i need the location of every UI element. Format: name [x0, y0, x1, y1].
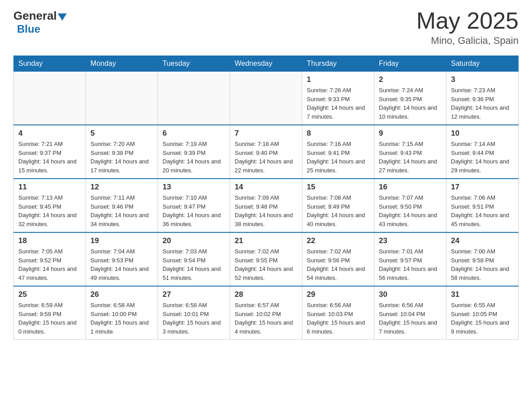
day-info: Sunrise: 7:23 AM Sunset: 9:36 PM Dayligh… [451, 86, 514, 121]
day-number: 30 [379, 290, 442, 299]
calendar-cell: 1Sunrise: 7:26 AM Sunset: 9:33 PM Daylig… [302, 72, 374, 125]
calendar-week-row: 11Sunrise: 7:13 AM Sunset: 9:45 PM Dayli… [14, 179, 519, 232]
day-number: 21 [235, 236, 297, 245]
day-number: 11 [18, 183, 81, 192]
day-info: Sunrise: 7:05 AM Sunset: 9:52 PM Dayligh… [18, 247, 81, 282]
calendar-cell: 24Sunrise: 7:00 AM Sunset: 9:58 PM Dayli… [446, 232, 519, 286]
day-number: 17 [451, 183, 514, 192]
calendar-cell: 3Sunrise: 7:23 AM Sunset: 9:36 PM Daylig… [446, 72, 519, 125]
day-info: Sunrise: 7:13 AM Sunset: 9:45 PM Dayligh… [18, 193, 81, 228]
calendar-cell: 11Sunrise: 7:13 AM Sunset: 9:45 PM Dayli… [14, 179, 86, 232]
day-number: 28 [235, 290, 297, 299]
calendar-cell [86, 72, 158, 125]
day-info: Sunrise: 7:08 AM Sunset: 9:49 PM Dayligh… [307, 193, 369, 228]
day-info: Sunrise: 6:58 AM Sunset: 10:01 PM Daylig… [163, 301, 225, 336]
page-header: General Blue May 2025 Mino, Galicia, Spa… [13, 9, 519, 47]
day-info: Sunrise: 7:04 AM Sunset: 9:53 PM Dayligh… [90, 247, 153, 282]
calendar-cell: 25Sunrise: 6:59 AM Sunset: 9:59 PM Dayli… [14, 286, 86, 340]
day-number: 13 [163, 183, 225, 192]
logo-blue-text: Blue [17, 23, 40, 35]
day-info: Sunrise: 7:16 AM Sunset: 9:41 PM Dayligh… [307, 140, 369, 175]
calendar-cell: 29Sunrise: 6:56 AM Sunset: 10:03 PM Dayl… [302, 286, 374, 340]
day-number: 29 [307, 290, 369, 299]
day-number: 15 [307, 183, 369, 192]
logo: General Blue [13, 9, 67, 35]
calendar-cell [230, 72, 302, 125]
day-number: 14 [235, 183, 297, 192]
calendar-header-saturday: Saturday [446, 56, 519, 72]
day-info: Sunrise: 7:14 AM Sunset: 9:44 PM Dayligh… [451, 140, 514, 175]
day-number: 6 [163, 129, 225, 138]
day-info: Sunrise: 7:03 AM Sunset: 9:54 PM Dayligh… [163, 247, 225, 282]
calendar-cell: 26Sunrise: 6:58 AM Sunset: 10:00 PM Dayl… [86, 286, 158, 340]
day-number: 27 [163, 290, 225, 299]
day-number: 22 [307, 236, 369, 245]
day-number: 3 [451, 75, 514, 84]
calendar-cell: 5Sunrise: 7:20 AM Sunset: 9:38 PM Daylig… [86, 125, 158, 179]
calendar-cell [14, 72, 86, 125]
day-info: Sunrise: 7:10 AM Sunset: 9:47 PM Dayligh… [163, 193, 225, 228]
calendar-header-thursday: Thursday [302, 56, 374, 72]
calendar-cell: 13Sunrise: 7:10 AM Sunset: 9:47 PM Dayli… [158, 179, 230, 232]
day-info: Sunrise: 7:00 AM Sunset: 9:58 PM Dayligh… [451, 247, 514, 282]
calendar-cell: 27Sunrise: 6:58 AM Sunset: 10:01 PM Dayl… [158, 286, 230, 340]
day-number: 16 [379, 183, 442, 192]
calendar-cell: 16Sunrise: 7:07 AM Sunset: 9:50 PM Dayli… [374, 179, 446, 232]
day-info: Sunrise: 6:56 AM Sunset: 10:03 PM Daylig… [307, 301, 369, 336]
day-info: Sunrise: 6:58 AM Sunset: 10:00 PM Daylig… [90, 301, 153, 336]
calendar-cell: 2Sunrise: 7:24 AM Sunset: 9:35 PM Daylig… [374, 72, 446, 125]
calendar-cell: 14Sunrise: 7:09 AM Sunset: 9:48 PM Dayli… [230, 179, 302, 232]
calendar-week-row: 1Sunrise: 7:26 AM Sunset: 9:33 PM Daylig… [14, 72, 519, 125]
day-number: 23 [379, 236, 442, 245]
day-info: Sunrise: 6:55 AM Sunset: 10:05 PM Daylig… [451, 301, 514, 336]
calendar-cell: 6Sunrise: 7:19 AM Sunset: 9:39 PM Daylig… [158, 125, 230, 179]
calendar-cell: 12Sunrise: 7:11 AM Sunset: 9:46 PM Dayli… [86, 179, 158, 232]
day-number: 8 [307, 129, 369, 138]
calendar-table: SundayMondayTuesdayWednesdayThursdayFrid… [13, 56, 519, 340]
day-number: 31 [451, 290, 514, 299]
calendar-cell: 19Sunrise: 7:04 AM Sunset: 9:53 PM Dayli… [86, 232, 158, 286]
calendar-cell: 7Sunrise: 7:18 AM Sunset: 9:40 PM Daylig… [230, 125, 302, 179]
calendar-header-friday: Friday [374, 56, 446, 72]
calendar-header-monday: Monday [86, 56, 158, 72]
day-number: 19 [90, 236, 153, 245]
calendar-cell: 28Sunrise: 6:57 AM Sunset: 10:02 PM Dayl… [230, 286, 302, 340]
day-info: Sunrise: 7:20 AM Sunset: 9:38 PM Dayligh… [90, 140, 153, 175]
calendar-week-row: 4Sunrise: 7:21 AM Sunset: 9:37 PM Daylig… [14, 125, 519, 179]
day-info: Sunrise: 7:19 AM Sunset: 9:39 PM Dayligh… [163, 140, 225, 175]
calendar-cell: 15Sunrise: 7:08 AM Sunset: 9:49 PM Dayli… [302, 179, 374, 232]
calendar-cell: 31Sunrise: 6:55 AM Sunset: 10:05 PM Dayl… [446, 286, 519, 340]
calendar-cell: 30Sunrise: 6:56 AM Sunset: 10:04 PM Dayl… [374, 286, 446, 340]
logo-arrow-icon [58, 13, 67, 21]
calendar-cell [158, 72, 230, 125]
calendar-cell: 17Sunrise: 7:06 AM Sunset: 9:51 PM Dayli… [446, 179, 519, 232]
location-subtitle: Mino, Galicia, Spain [416, 35, 519, 47]
calendar-cell: 9Sunrise: 7:15 AM Sunset: 9:43 PM Daylig… [374, 125, 446, 179]
day-info: Sunrise: 7:18 AM Sunset: 9:40 PM Dayligh… [235, 140, 297, 175]
month-year-title: May 2025 [416, 9, 519, 32]
calendar-cell: 23Sunrise: 7:01 AM Sunset: 9:57 PM Dayli… [374, 232, 446, 286]
day-info: Sunrise: 7:15 AM Sunset: 9:43 PM Dayligh… [379, 140, 442, 175]
calendar-cell: 10Sunrise: 7:14 AM Sunset: 9:44 PM Dayli… [446, 125, 519, 179]
calendar-cell: 22Sunrise: 7:02 AM Sunset: 9:56 PM Dayli… [302, 232, 374, 286]
calendar-cell: 4Sunrise: 7:21 AM Sunset: 9:37 PM Daylig… [14, 125, 86, 179]
day-info: Sunrise: 7:24 AM Sunset: 9:35 PM Dayligh… [379, 86, 442, 121]
day-info: Sunrise: 7:02 AM Sunset: 9:56 PM Dayligh… [307, 247, 369, 282]
calendar-header-sunday: Sunday [14, 56, 86, 72]
day-number: 25 [18, 290, 81, 299]
day-info: Sunrise: 6:56 AM Sunset: 10:04 PM Daylig… [379, 301, 442, 336]
day-number: 10 [451, 129, 514, 138]
day-number: 20 [163, 236, 225, 245]
day-info: Sunrise: 7:06 AM Sunset: 9:51 PM Dayligh… [451, 193, 514, 228]
day-info: Sunrise: 7:07 AM Sunset: 9:50 PM Dayligh… [379, 193, 442, 228]
day-info: Sunrise: 6:57 AM Sunset: 10:02 PM Daylig… [235, 301, 297, 336]
calendar-header-wednesday: Wednesday [230, 56, 302, 72]
calendar-header-row: SundayMondayTuesdayWednesdayThursdayFrid… [14, 56, 519, 72]
title-area: May 2025 Mino, Galicia, Spain [416, 9, 519, 47]
day-info: Sunrise: 7:02 AM Sunset: 9:55 PM Dayligh… [235, 247, 297, 282]
day-number: 1 [307, 75, 369, 84]
calendar-week-row: 18Sunrise: 7:05 AM Sunset: 9:52 PM Dayli… [14, 232, 519, 286]
day-number: 7 [235, 129, 297, 138]
calendar-cell: 20Sunrise: 7:03 AM Sunset: 9:54 PM Dayli… [158, 232, 230, 286]
day-number: 2 [379, 75, 442, 84]
